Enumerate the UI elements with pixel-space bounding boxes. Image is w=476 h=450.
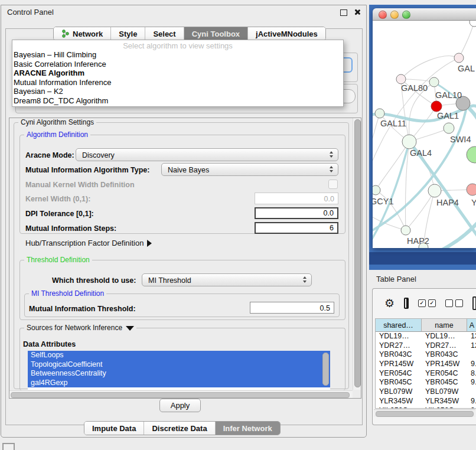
attribute-item-selected[interactable]: SelfLoops [28,351,330,360]
column-header-partial[interactable]: A [467,319,476,332]
horizontal-scrollbar[interactable] [9,390,353,398]
minimized-panel-icon[interactable] [2,443,15,450]
which-threshold-select[interactable]: MI Threshold [142,273,312,286]
list-scrollbar-thumb[interactable] [322,353,329,386]
dpi-tolerance-input[interactable]: 0.0 [255,207,338,219]
control-panel-title: Control Panel [7,8,54,17]
table-toolbar: ⚙ ✓✓ [373,289,476,317]
table-row[interactable]: YPR145W YPR145W 9. [376,360,476,369]
gear-icon[interactable]: ⚙ [384,298,395,309]
zoom-traffic-light-icon[interactable] [402,11,410,19]
sources-group-title[interactable]: Sources for Network Inference [24,324,136,332]
algorithm-definition-title: Algorithm Definition [24,131,90,139]
node-hap2[interactable] [401,226,410,235]
combo-arrows-icon [330,166,333,172]
mi-threshold-input[interactable]: 0.5 [250,302,334,314]
dropdown-item[interactable]: Bayesian – Hill Climbing [12,50,343,60]
tab-discretize-data[interactable]: Discretize Data [144,422,215,435]
network-graph-icon [61,30,70,38]
table-panel-title: Table Panel [376,275,416,283]
mi-type-select[interactable]: Naive Bayes [161,163,338,176]
table-row[interactable]: YER054C YER054C 8. [376,369,476,379]
collapse-arrow-icon [126,326,134,331]
node-gal4[interactable] [402,135,416,149]
tab-impute-data[interactable]: Impute Data [84,422,144,435]
tab-style[interactable]: Style [111,27,145,40]
dropdown-item[interactable]: Dream8 DC_TDC Algorithm [12,96,343,106]
node-hap4[interactable] [428,184,441,197]
minimize-traffic-light-icon[interactable] [390,11,399,19]
table-row[interactable]: YLR345W YLR345W 9. [376,397,476,406]
tab-jactivemnodules[interactable]: jActiveMNodules [248,27,325,40]
mi-threshold-label: Mutual Information Threshold: [29,305,136,313]
tab-network[interactable]: Network [54,27,111,40]
node-gal80[interactable] [396,74,406,84]
tab-select[interactable]: Select [145,27,184,40]
node-label: Y [471,198,476,207]
dropdown-item-selected[interactable]: ARACNE Algorithm [12,69,343,78]
attribute-item-selected[interactable]: gal4RGexp [28,379,330,388]
dropdown-item[interactable]: Mutual Information Inference [12,78,343,87]
apply-button[interactable]: Apply [159,399,201,412]
node-table: shared… name A YDL19… YDL19… 13 YDR27… Y… [375,318,476,409]
float-window-icon[interactable] [340,9,347,16]
table-row[interactable]: YBR045C YBR045C 9. [376,378,476,387]
aracne-mode-select[interactable]: Discovery [76,148,338,161]
scrollbar-thumb[interactable] [376,411,474,417]
algorithm-dropdown-list: Select algorithm to view settings Bayesi… [12,40,344,107]
dropdown-item[interactable]: Basic Correlation Inference [12,60,343,69]
table-horizontal-scrollbar[interactable] [374,409,475,417]
node-label: SWI4 [450,135,471,144]
vertical-scrollbar[interactable] [353,118,361,390]
hide-columns-icon[interactable] [445,299,463,307]
manual-kernel-checkbox[interactable] [328,180,338,189]
tab-infer-network[interactable]: Infer Network [216,422,280,435]
kernel-width-input[interactable]: 0.0 [255,193,338,204]
dropdown-item[interactable]: Bayesian – K2 [12,87,343,96]
node-gal-top[interactable] [454,53,464,63]
mi-steps-label: Mutual Information Steps: [25,224,116,233]
node-gal11[interactable] [375,109,384,118]
table-panel: ⚙ ✓✓ shared… name A YDL19… YDL19… 13 YDR… [372,288,476,425]
node-label: HAP2 [407,236,429,246]
table-header-row: shared… name A [376,319,476,332]
node-green-right[interactable] [467,146,476,163]
network-canvas[interactable]: GAL GAL80 GAL10 GAL1 GAL11 SWI4 GAL4 GCY… [373,21,476,248]
data-attributes-label: Data Attributes [23,340,76,348]
scrollbar-thumb[interactable] [354,119,361,387]
table-row[interactable]: YIL052C YIL052C 9 [376,406,476,409]
mi-steps-input[interactable]: 6 [255,222,338,234]
node-pink-right[interactable] [467,184,476,195]
attribute-item-selected[interactable]: TopologicalCoefficient [28,360,330,370]
close-icon[interactable] [354,9,360,15]
tab-cyni-toolbox[interactable]: Cyni Toolbox [184,27,248,40]
node-gal10[interactable] [429,77,439,87]
table-row[interactable]: YBL079W YBL079W [376,387,476,397]
show-columns-icon[interactable]: ✓✓ [418,299,436,307]
table-row[interactable]: YDR27… YDR27… 12 [376,341,476,351]
hub-definition-expander[interactable]: Hub/Transcription Factor Definition [25,239,152,247]
attribute-item-selected[interactable]: BetweennessCentrality [28,369,330,379]
control-panel-titlebar[interactable]: Control Panel [1,5,366,19]
column-header-shared-name[interactable]: shared… [376,319,422,332]
column-header-name[interactable]: name [422,319,467,332]
expand-arrow-icon [147,240,152,247]
node-label: GCY1 [373,197,394,206]
node-gal1[interactable] [431,101,442,112]
columns-icon[interactable] [404,298,409,309]
close-traffic-light-icon[interactable] [379,11,387,19]
node-label: GAL [458,64,475,73]
node[interactable] [470,21,476,27]
node-label: GAL4 [410,148,432,158]
node-gcy1[interactable] [373,185,380,195]
dpi-tolerance-label: DPI Tolerance [0,1]: [25,210,94,218]
table-row[interactable]: YDL19… YDL19… 13 [376,332,476,341]
new-table-icon[interactable] [472,296,476,310]
node-swi4[interactable] [444,123,454,133]
scrollbar-thumb[interactable] [11,392,350,398]
node-label: GAL10 [435,90,462,100]
network-window-titlebar[interactable] [373,8,476,21]
tab-network-label: Network [73,30,103,38]
table-row[interactable]: YBR043C YBR043C [376,350,476,360]
dropdown-placeholder: Select algorithm to view settings [12,40,343,50]
